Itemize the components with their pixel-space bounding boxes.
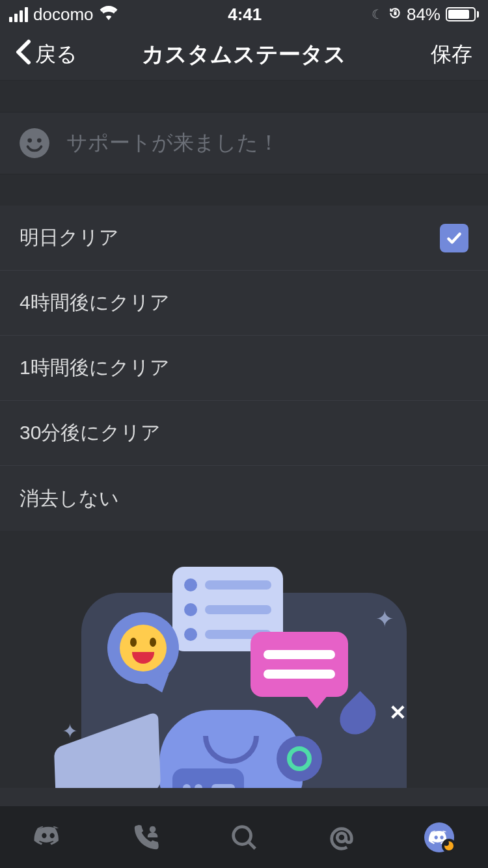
bottom-tab-bar: [0, 806, 488, 868]
clear-option-1-hour[interactable]: 1時間後にクリア: [0, 336, 488, 401]
tab-mentions[interactable]: [322, 818, 361, 857]
phone-person-icon: [131, 822, 161, 852]
checkbox-checked-icon: [440, 224, 468, 252]
svg-point-2: [27, 139, 32, 143]
clear-after-list: 明日クリア 4時間後にクリア 1時間後にクリア 30分後にクリア 消去しない: [0, 206, 488, 531]
idle-status-badge: [442, 839, 456, 853]
system-status-bar: docomo 4:41 ☾ 84%: [0, 0, 488, 29]
illustration: ✦ ✕ ✦: [0, 531, 488, 788]
svg-point-1: [20, 128, 49, 158]
section-gap: [0, 81, 488, 112]
status-input-row[interactable]: サポートが来ました！: [0, 112, 488, 174]
orientation-lock-icon: [388, 7, 401, 23]
option-label: 消去しない: [20, 485, 119, 512]
battery-percent: 84%: [407, 5, 441, 25]
svg-point-4: [234, 826, 251, 844]
option-label: 明日クリア: [20, 224, 119, 251]
at-sign-icon: [327, 822, 357, 852]
clear-option-4-hours[interactable]: 4時間後にクリア: [0, 271, 488, 336]
signal-icon: [9, 7, 28, 22]
svg-rect-0: [394, 12, 396, 15]
option-label: 1時間後にクリア: [20, 355, 170, 381]
battery-icon: [446, 7, 479, 21]
clock: 4:41: [228, 5, 262, 25]
option-label: 30分後にクリア: [20, 420, 161, 446]
clear-option-tomorrow[interactable]: 明日クリア: [0, 206, 488, 271]
discord-logo-icon: [34, 822, 64, 852]
search-icon: [229, 822, 259, 852]
wifi-icon: [99, 5, 118, 25]
section-gap: [0, 174, 488, 206]
emoji-picker-button[interactable]: [18, 127, 51, 159]
carrier-label: docomo: [33, 5, 94, 25]
svg-point-3: [37, 139, 42, 143]
dnd-moon-icon: ☾: [372, 7, 383, 22]
back-button[interactable]: 戻る: [16, 39, 77, 70]
option-label: 4時間後にクリア: [20, 290, 170, 316]
clear-option-never[interactable]: 消去しない: [0, 466, 488, 531]
page-title: カスタムステータス: [142, 40, 346, 70]
save-button[interactable]: 保存: [431, 40, 472, 69]
tab-home[interactable]: [29, 818, 68, 857]
tab-friends[interactable]: [127, 818, 166, 857]
status-text-input[interactable]: サポートが来ました！: [66, 129, 279, 157]
tab-search[interactable]: [224, 818, 264, 857]
back-label: 戻る: [35, 40, 77, 69]
chevron-left-icon: [16, 39, 31, 70]
svg-line-5: [249, 842, 256, 848]
clear-option-30-min[interactable]: 30分後にクリア: [0, 401, 488, 466]
tab-profile[interactable]: [420, 818, 459, 857]
nav-header: 戻る カスタムステータス 保存: [0, 29, 488, 81]
